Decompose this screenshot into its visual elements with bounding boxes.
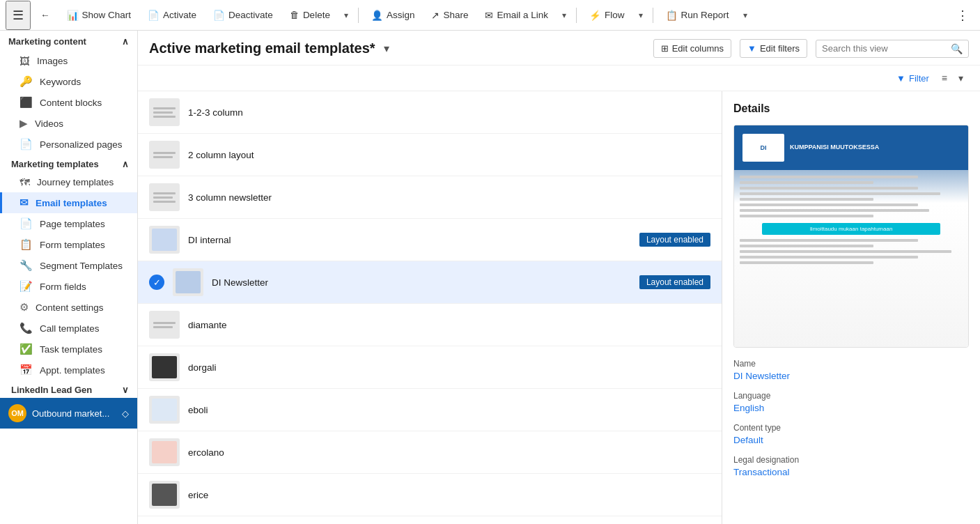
linkedin-lead-gen-header[interactable]: LinkedIn Lead Gen ∨ [0, 380, 137, 398]
marketing-content-header[interactable]: Marketing content ∧ [0, 31, 137, 51]
details-panel: Details DI KUMPPANISI MUUTOKSESSA [722, 91, 980, 524]
sidebar-item-personalized-pages[interactable]: 📄 Personalized pages [0, 134, 137, 155]
item-thumbnail [149, 481, 180, 509]
list-item[interactable]: 3 column newsletter [138, 176, 722, 219]
layout-enabled-badge: Layout enabled [639, 233, 710, 247]
sidebar-item-page-templates[interactable]: 📄 Page templates [0, 213, 137, 234]
preview-header: DI KUMPPANISI MUUTOKSESSA [734, 125, 968, 170]
list-item[interactable]: ✓ DI Newsletter Layout enabled [138, 261, 722, 304]
preview-cta: Ilmoittaudu mukaan tapahtumaan [762, 223, 940, 235]
share-icon: ↗ [431, 10, 440, 21]
selected-check: ✓ [149, 275, 164, 290]
flow-chevron-button[interactable]: ▾ [635, 8, 647, 23]
layout-enabled-badge: Layout enabled [639, 275, 710, 289]
assign-icon: 👤 [371, 10, 383, 21]
sidebar-item-appt-templates[interactable]: 📅 Appt. templates [0, 360, 137, 380]
menu-button[interactable]: ☰ [6, 1, 31, 30]
sub-header: Active marketing email templates* ▾ ⊞ Ed… [138, 31, 980, 66]
search-input[interactable] [822, 43, 947, 54]
back-icon: ← [40, 10, 50, 20]
more-options-button[interactable]: ⋮ [951, 6, 974, 24]
content-blocks-icon: ⬛ [20, 96, 33, 109]
form-templates-icon: 📋 [20, 238, 33, 251]
list-item[interactable]: 1-2-3 column [138, 91, 722, 134]
list-item[interactable]: eboli [138, 389, 722, 431]
deactivate-button[interactable]: 📄 Deactivate [206, 7, 280, 24]
item-thumbnail [149, 438, 180, 466]
assign-button[interactable]: 👤 Assign [364, 7, 422, 24]
detail-name-field: Name DI Newsletter [733, 359, 969, 381]
preview-body: Ilmoittaudu mukaan tapahtumaan [734, 170, 968, 347]
sidebar-item-form-templates[interactable]: 📋 Form templates [0, 234, 137, 255]
chart-icon: 📊 [67, 10, 79, 21]
preview-line [740, 261, 873, 264]
preview-line [740, 209, 929, 212]
title-chevron-button[interactable]: ▾ [380, 39, 394, 58]
flow-button[interactable]: ⚡ Flow [582, 7, 632, 24]
item-thumbnail [149, 353, 180, 381]
list-item[interactable]: diamante [138, 304, 722, 346]
toolbar-more-2-button[interactable]: ▾ [558, 8, 570, 23]
keywords-icon: 🔑 [20, 75, 33, 88]
details-title: Details [733, 102, 969, 115]
email-templates-icon: ✉ [20, 196, 29, 209]
activate-icon: 📄 [148, 10, 160, 21]
toolbar-more-1-button[interactable]: ▾ [340, 8, 352, 23]
list-item[interactable]: erice [138, 474, 722, 516]
run-report-chevron-button[interactable]: ▾ [739, 8, 752, 23]
list-item[interactable]: ercolano [138, 431, 722, 474]
preview-line [740, 245, 873, 247]
item-thumbnail [149, 396, 180, 424]
sidebar-item-journey-templates[interactable]: 🗺 Journey templates [0, 172, 137, 192]
edit-columns-button[interactable]: ⊞ Edit columns [653, 39, 731, 58]
detail-content-type-field: Content type Default [733, 423, 969, 445]
deactivate-icon: 📄 [213, 10, 225, 21]
list-item[interactable]: DI internal Layout enabled [138, 219, 722, 261]
preview-line [740, 198, 873, 201]
form-fields-icon: 📝 [20, 280, 33, 293]
sidebar-item-content-settings[interactable]: ⚙ Content settings [0, 297, 137, 318]
list-details: 1-2-3 column 2 column layout [138, 91, 980, 524]
filter-button[interactable]: ▼ Filter [889, 70, 936, 86]
videos-icon: ▶ [20, 117, 28, 130]
preview-line [740, 203, 918, 206]
journey-templates-icon: 🗺 [20, 176, 30, 188]
marketing-templates-chevron: ∧ [122, 159, 129, 169]
images-icon: 🖼 [20, 55, 30, 67]
back-button[interactable]: ← [33, 7, 57, 23]
sidebar-item-email-templates[interactable]: ✉ Email templates [0, 192, 137, 213]
delete-button[interactable]: 🗑 Delete [283, 7, 337, 23]
outbound-market-footer[interactable]: OM Outbound market... ◇ [0, 398, 137, 429]
sidebar-item-task-templates[interactable]: ✅ Task templates [0, 339, 137, 360]
preview-line [740, 181, 873, 184]
sort-button[interactable]: ≡ [936, 70, 953, 86]
content-settings-icon: ⚙ [20, 301, 29, 314]
edit-filters-button[interactable]: ▼ Edit filters [740, 39, 807, 58]
share-button[interactable]: ↗ Share [424, 7, 475, 24]
page-title: Active marketing email templates* ▾ [149, 39, 394, 58]
run-report-button[interactable]: 📋 Run Report [659, 7, 736, 24]
sidebar-item-content-blocks[interactable]: ⬛ Content blocks [0, 92, 137, 113]
details-preview: DI KUMPPANISI MUUTOKSESSA [733, 125, 969, 348]
list-item[interactable]: 2 column layout [138, 134, 722, 176]
list-item[interactable]: dorgali [138, 346, 722, 389]
sidebar: Marketing content ∧ 🖼 Images 🔑 Keywords … [0, 31, 138, 524]
edit-filters-icon: ▼ [747, 43, 756, 54]
sidebar-item-segment-templates[interactable]: 🔧 Segment Templates [0, 255, 137, 276]
activate-button[interactable]: 📄 Activate [141, 7, 203, 24]
sidebar-item-form-fields[interactable]: 📝 Form fields [0, 276, 137, 297]
preview-line [740, 256, 918, 259]
list-panel: 1-2-3 column 2 column layout [138, 91, 722, 524]
view-chevron-button[interactable]: ▾ [953, 70, 969, 86]
preview-line [740, 176, 918, 178]
sidebar-item-videos[interactable]: ▶ Videos [0, 113, 137, 134]
email-link-button[interactable]: ✉ Email a Link [478, 7, 555, 24]
sidebar-item-keywords[interactable]: 🔑 Keywords [0, 71, 137, 92]
item-thumbnail [149, 141, 180, 169]
content-area: Active marketing email templates* ▾ ⊞ Ed… [138, 31, 980, 524]
show-chart-button[interactable]: 📊 Show Chart [60, 7, 139, 24]
sidebar-item-images[interactable]: 🖼 Images [0, 51, 137, 71]
marketing-templates-header[interactable]: Marketing templates ∧ [0, 155, 137, 172]
sidebar-item-call-templates[interactable]: 📞 Call templates [0, 318, 137, 339]
outbound-chevron: ◇ [122, 408, 129, 419]
